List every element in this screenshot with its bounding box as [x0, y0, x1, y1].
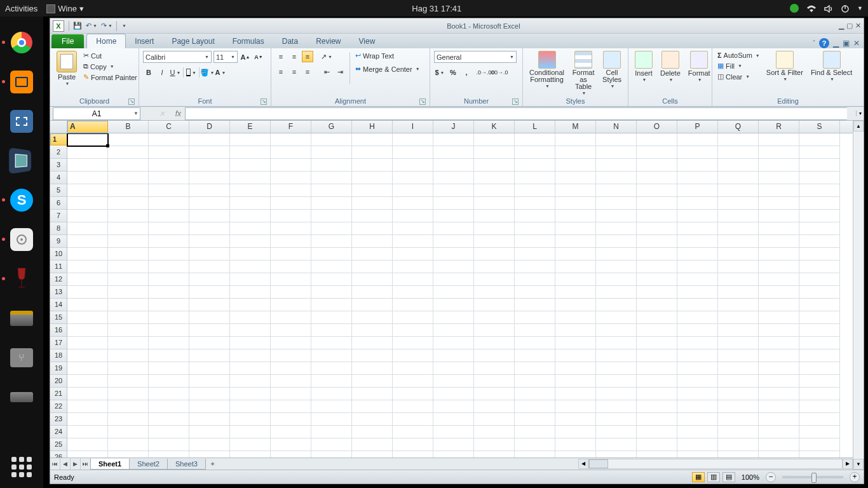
cell-N7[interactable] — [596, 210, 637, 222]
cell-N12[interactable] — [596, 273, 637, 286]
cell-L22[interactable] — [515, 400, 555, 413]
row-header-23[interactable]: 23 — [50, 413, 67, 426]
cell-E25[interactable] — [230, 438, 271, 451]
cell-M25[interactable] — [555, 438, 596, 451]
cell-F17[interactable] — [271, 337, 311, 349]
cell-I11[interactable] — [393, 261, 433, 273]
format-cells-button[interactable]: Format▼ — [686, 50, 713, 83]
copy-button[interactable]: ⧉Copy▼ — [82, 62, 139, 71]
cell-Q9[interactable] — [718, 235, 759, 248]
cell-J2[interactable] — [433, 146, 474, 159]
cell-E23[interactable] — [230, 413, 271, 426]
cell-M11[interactable] — [555, 261, 596, 273]
cell-B3[interactable] — [108, 159, 149, 172]
column-header-N[interactable]: N — [596, 121, 637, 133]
cell-D15[interactable] — [189, 311, 230, 324]
sort-filter-button[interactable]: Sort & Filter▼ — [764, 50, 806, 83]
cell-B4[interactable] — [108, 172, 149, 184]
cell-O12[interactable] — [637, 273, 677, 286]
row-header-9[interactable]: 9 — [50, 235, 67, 248]
conditional-formatting-button[interactable]: Conditional Formatting▼ — [527, 50, 567, 90]
vscroll-down[interactable]: ▼ — [853, 459, 864, 470]
cell-M12[interactable] — [555, 273, 596, 286]
cell-R9[interactable] — [759, 235, 799, 248]
cell-R4[interactable] — [759, 172, 799, 184]
cell-C20[interactable] — [149, 375, 189, 388]
cell-C4[interactable] — [149, 172, 189, 184]
cell-G20[interactable] — [311, 375, 352, 388]
cell-H26[interactable] — [352, 451, 393, 458]
cell-H6[interactable] — [352, 197, 393, 210]
cell-G15[interactable] — [311, 311, 352, 324]
cell-A25[interactable] — [67, 438, 108, 451]
cell-Q15[interactable] — [718, 311, 759, 324]
cell-M14[interactable] — [555, 299, 596, 311]
cell-Q19[interactable] — [718, 362, 759, 375]
cell-L17[interactable] — [515, 337, 555, 349]
cell-A15[interactable] — [67, 311, 108, 324]
clear-button[interactable]: ◫ Clear▼ — [716, 72, 761, 81]
cell-A19[interactable] — [67, 362, 108, 375]
cell-C5[interactable] — [149, 184, 189, 197]
cell-K10[interactable] — [474, 248, 515, 261]
cell-O22[interactable] — [637, 400, 677, 413]
cell-S7[interactable] — [799, 210, 840, 222]
column-header-P[interactable]: P — [677, 121, 718, 133]
cell-G24[interactable] — [311, 426, 352, 438]
window-minimize[interactable]: ▁ — [839, 22, 844, 30]
cell-B6[interactable] — [108, 197, 149, 210]
cell-E16[interactable] — [230, 324, 271, 337]
cell-J16[interactable] — [433, 324, 474, 337]
cell-J17[interactable] — [433, 337, 474, 349]
cell-L26[interactable] — [515, 451, 555, 458]
cell-Q23[interactable] — [718, 413, 759, 426]
cell-R3[interactable] — [759, 159, 799, 172]
cell-S12[interactable] — [799, 273, 840, 286]
cell-H20[interactable] — [352, 375, 393, 388]
cell-C14[interactable] — [149, 299, 189, 311]
cell-P3[interactable] — [677, 159, 718, 172]
cell-O4[interactable] — [637, 172, 677, 184]
dock-drive[interactable] — [7, 383, 36, 412]
cell-C10[interactable] — [149, 248, 189, 261]
cell-D22[interactable] — [189, 400, 230, 413]
row-header-13[interactable]: 13 — [50, 286, 67, 299]
cell-O11[interactable] — [637, 261, 677, 273]
cell-M20[interactable] — [555, 375, 596, 388]
cell-S25[interactable] — [799, 438, 840, 451]
cell-Q4[interactable] — [718, 172, 759, 184]
cell-N9[interactable] — [596, 235, 637, 248]
cell-L18[interactable] — [515, 349, 555, 362]
row-header-6[interactable]: 6 — [50, 197, 67, 210]
column-header-S[interactable]: S — [799, 121, 840, 133]
column-header-E[interactable]: E — [230, 121, 271, 133]
cell-L1[interactable] — [515, 133, 555, 146]
comma-format[interactable]: , — [461, 67, 472, 78]
align-left[interactable]: ≡ — [275, 66, 287, 78]
cell-F5[interactable] — [271, 184, 311, 197]
cell-B21[interactable] — [108, 388, 149, 400]
cell-A1[interactable] — [67, 133, 108, 146]
cell-L3[interactable] — [515, 159, 555, 172]
row-header-18[interactable]: 18 — [50, 349, 67, 362]
cell-C17[interactable] — [149, 337, 189, 349]
cell-J21[interactable] — [433, 388, 474, 400]
cell-D18[interactable] — [189, 349, 230, 362]
cell-B19[interactable] — [108, 362, 149, 375]
cell-D16[interactable] — [189, 324, 230, 337]
cell-K16[interactable] — [474, 324, 515, 337]
cell-B17[interactable] — [108, 337, 149, 349]
row-header-17[interactable]: 17 — [50, 337, 67, 349]
row-header-2[interactable]: 2 — [50, 146, 67, 159]
vertical-scrollbar[interactable]: ▲ ▼ — [853, 121, 864, 470]
cell-H12[interactable] — [352, 273, 393, 286]
power-icon[interactable] — [841, 3, 850, 13]
sheet-tab-sheet3[interactable]: Sheet3 — [167, 459, 206, 470]
cell-A14[interactable] — [67, 299, 108, 311]
cell-K21[interactable] — [474, 388, 515, 400]
cell-R8[interactable] — [759, 222, 799, 235]
column-header-M[interactable]: M — [555, 121, 596, 133]
cell-E17[interactable] — [230, 337, 271, 349]
cell-H11[interactable] — [352, 261, 393, 273]
cell-I22[interactable] — [393, 400, 433, 413]
